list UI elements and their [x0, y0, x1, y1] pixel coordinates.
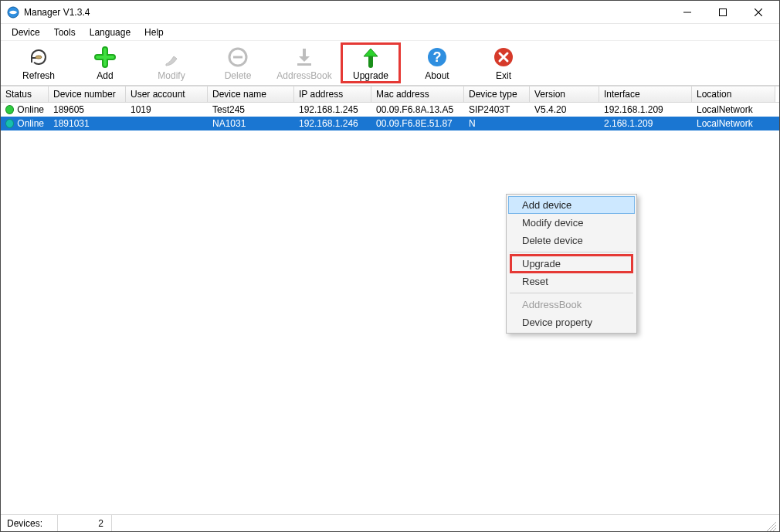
- cell-version: V5.4.20: [530, 104, 599, 115]
- menu-language[interactable]: Language: [83, 25, 137, 39]
- statusbar: Devices: 2: [1, 514, 779, 531]
- device-grid: Status Device number User account Device…: [1, 86, 779, 514]
- context-menu: Add device Modify device Delete device U…: [506, 194, 637, 334]
- refresh-icon: [27, 45, 50, 69]
- cell-device-number: 189605: [49, 104, 126, 115]
- status-online-icon: [5, 119, 14, 128]
- resize-grip-icon[interactable]: [764, 519, 776, 531]
- about-button[interactable]: ? About: [404, 41, 470, 85]
- add-button[interactable]: Add: [72, 41, 138, 85]
- cm-delete-device[interactable]: Delete device: [508, 232, 635, 249]
- minus-circle-icon: [226, 45, 249, 69]
- col-device-number[interactable]: Device number: [49, 86, 126, 102]
- addressbook-button[interactable]: AddressBook: [271, 41, 337, 85]
- grid-header: Status Device number User account Device…: [1, 86, 779, 103]
- cell-device-type: SIP2403T: [464, 104, 530, 115]
- window-title: Manager V1.3.4: [24, 7, 90, 18]
- cm-device-property[interactable]: Device property: [508, 313, 635, 331]
- cm-modify-device[interactable]: Modify device: [508, 214, 635, 232]
- cell-device-type: N: [464, 118, 530, 129]
- titlebar: Manager V1.3.4: [1, 1, 779, 24]
- arrow-up-icon: [359, 45, 382, 69]
- upgrade-button[interactable]: Upgrade: [337, 41, 404, 85]
- download-icon: [293, 45, 316, 69]
- menu-device[interactable]: Device: [5, 25, 46, 39]
- status-online-icon: [5, 105, 14, 114]
- cell-location: LocalNetwork: [692, 118, 775, 129]
- refresh-button[interactable]: Refresh: [5, 41, 72, 85]
- svg-rect-1: [720, 8, 727, 15]
- col-location[interactable]: Location: [692, 86, 775, 102]
- delete-button[interactable]: Delete: [205, 41, 271, 85]
- cm-reset[interactable]: Reset: [508, 273, 635, 290]
- cell-location: LocalNetwork: [692, 104, 775, 115]
- col-interface[interactable]: Interface: [599, 86, 692, 102]
- svg-point-2: [36, 56, 42, 59]
- question-icon: ?: [426, 45, 449, 69]
- plus-icon: [93, 45, 117, 69]
- table-row[interactable]: Online 1891031 NA1031 192.168.1.246 00.0…: [1, 117, 779, 130]
- cell-interface: 192.168.1.209: [599, 104, 692, 115]
- exit-button[interactable]: Exit: [470, 41, 537, 85]
- col-status[interactable]: Status: [1, 86, 49, 102]
- cell-device-name: Test245: [208, 104, 294, 115]
- toolbar: Refresh Add Modify: [1, 41, 779, 86]
- statusbar-count: 2: [58, 515, 112, 531]
- statusbar-label: Devices:: [4, 515, 58, 531]
- col-mac-address[interactable]: Mac address: [371, 86, 464, 102]
- col-device-type[interactable]: Device type: [464, 86, 530, 102]
- cell-device-name: NA1031: [208, 118, 294, 129]
- app-icon: [7, 6, 19, 19]
- brush-icon: [160, 45, 183, 69]
- grid-body: Online 189605 1019 Test245 192.168.1.245…: [1, 103, 779, 130]
- cell-device-number: 1891031: [49, 118, 126, 129]
- menu-help[interactable]: Help: [138, 25, 170, 39]
- cm-upgrade[interactable]: Upgrade: [508, 255, 635, 273]
- minimize-button[interactable]: [670, 1, 705, 24]
- menubar: Device Tools Language Help: [1, 24, 779, 41]
- cell-ip: 192.168.1.246: [294, 118, 371, 129]
- cell-interface: 2.168.1.209: [599, 118, 692, 129]
- maximize-button[interactable]: [705, 1, 741, 24]
- svg-rect-4: [297, 63, 311, 66]
- svg-text:?: ?: [433, 49, 442, 65]
- cell-mac: 00.09.F6.8E.51.87: [371, 118, 464, 129]
- cm-separator: [510, 252, 633, 252]
- cell-user-account: 1019: [126, 104, 208, 115]
- modify-button[interactable]: Modify: [138, 41, 205, 85]
- cm-addressbook[interactable]: AddressBook: [508, 296, 635, 313]
- col-device-name[interactable]: Device name: [208, 86, 294, 102]
- col-version[interactable]: Version: [530, 86, 599, 102]
- table-row[interactable]: Online 189605 1019 Test245 192.168.1.245…: [1, 103, 779, 117]
- cell-ip: 192.168.1.245: [294, 104, 371, 115]
- cm-add-device[interactable]: Add device: [508, 196, 635, 214]
- col-user-account[interactable]: User account: [126, 86, 208, 102]
- menu-tools[interactable]: Tools: [48, 25, 82, 39]
- col-ip-address[interactable]: IP address: [294, 86, 371, 102]
- cell-status: Online: [17, 104, 44, 115]
- cm-separator: [510, 293, 633, 293]
- close-button[interactable]: [741, 1, 776, 24]
- close-circle-icon: [492, 45, 515, 69]
- cell-mac: 00.09.F6.8A.13.A5: [371, 104, 464, 115]
- cell-status: Online: [17, 118, 44, 129]
- app-window: Manager V1.3.4 Device Tools Language Hel…: [0, 0, 780, 532]
